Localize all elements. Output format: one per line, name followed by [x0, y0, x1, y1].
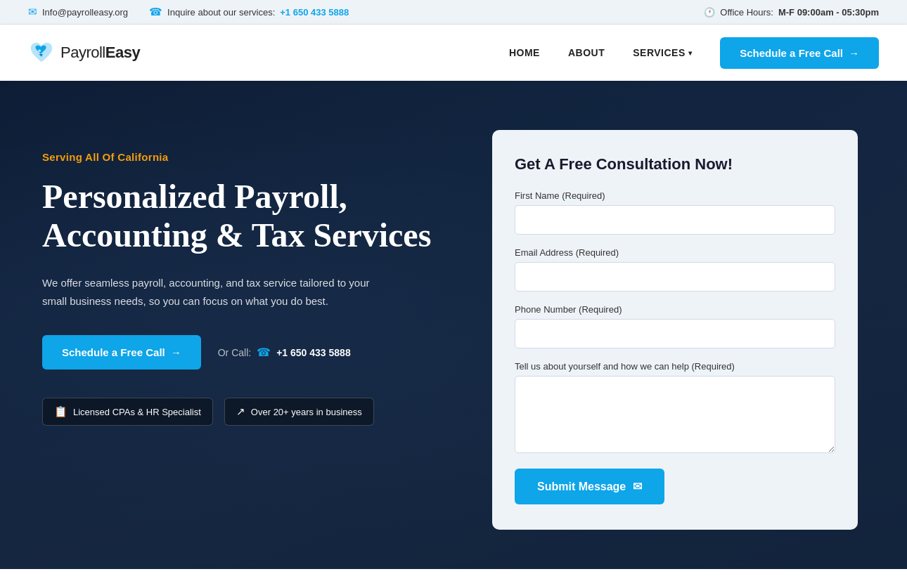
or-call: Or Call: ☎ +1 650 433 5888 — [218, 346, 351, 359]
nav-links: HOME ABOUT SERVICES ▾ Schedule a Free Ca… — [509, 37, 879, 69]
message-label: Tell us about yourself and how we can he… — [515, 361, 835, 372]
logo[interactable]: PayrollEasy — [28, 39, 140, 66]
book-icon: 📋 — [54, 405, 67, 418]
clock-icon: 🕐 — [704, 7, 715, 18]
phone-label: Phone Number (Required) — [515, 304, 835, 315]
phone-group: Phone Number (Required) — [515, 304, 835, 348]
hero-cta-row: Schedule a Free Call → Or Call: ☎ +1 650… — [42, 335, 464, 370]
phone-link[interactable]: +1 650 433 5888 — [280, 7, 349, 18]
email-item: Info@payrolleasy.org — [28, 6, 128, 18]
logo-text: PayrollEasy — [60, 44, 140, 62]
first-name-label: First Name (Required) — [515, 190, 835, 201]
navbar: PayrollEasy HOME ABOUT SERVICES ▾ Schedu… — [0, 25, 907, 81]
hero-description: We offer seamless payroll, accounting, a… — [42, 274, 394, 310]
office-label: Office Hours: — [720, 7, 773, 18]
call-icon: ☎ — [257, 346, 271, 359]
message-textarea[interactable] — [515, 376, 835, 453]
trending-icon: ↗ — [236, 405, 245, 418]
topbar: Info@payrolleasy.org ☎ Inquire about our… — [0, 0, 907, 25]
message-group: Tell us about yourself and how we can he… — [515, 361, 835, 456]
phone-icon: ☎ — [149, 6, 162, 18]
chevron-down-icon: ▾ — [688, 49, 693, 57]
hero-phone-link[interactable]: +1 650 433 5888 — [276, 347, 351, 358]
first-name-input[interactable] — [515, 205, 835, 235]
consultation-form-panel: Get A Free Consultation Now! First Name … — [492, 130, 858, 530]
hero-schedule-button[interactable]: Schedule a Free Call → — [42, 335, 201, 370]
email-icon — [28, 6, 37, 18]
hero-title: Personalized Payroll, Accounting & Tax S… — [42, 177, 464, 254]
logo-icon — [28, 39, 55, 66]
nav-services[interactable]: SERVICES ▾ — [633, 47, 692, 58]
badge-cpa: 📋 Licensed CPAs & HR Specialist — [42, 398, 213, 426]
hero-badges: 📋 Licensed CPAs & HR Specialist ↗ Over 2… — [42, 398, 464, 426]
svg-point-0 — [38, 49, 41, 52]
hero-tagline: Serving All Of California — [42, 151, 464, 163]
submit-button[interactable]: Submit Message ✉ — [515, 469, 664, 504]
first-name-group: First Name (Required) — [515, 190, 835, 235]
phone-input[interactable] — [515, 319, 835, 348]
schedule-free-call-button[interactable]: Schedule a Free Call → — [720, 37, 879, 69]
nav-about[interactable]: ABOUT — [568, 47, 605, 58]
email-group: Email Address (Required) — [515, 247, 835, 292]
email-input[interactable] — [515, 262, 835, 292]
email-link[interactable]: Info@payrolleasy.org — [42, 7, 128, 18]
topbar-left: Info@payrolleasy.org ☎ Inquire about our… — [28, 6, 349, 18]
phone-item: ☎ Inquire about our services: +1 650 433… — [149, 6, 349, 18]
badge-years: ↗ Over 20+ years in business — [224, 398, 374, 426]
hero-left: Serving All Of California Personalized P… — [42, 123, 464, 426]
topbar-right: 🕐 Office Hours: M-F 09:00am - 05:30pm — [704, 7, 879, 18]
office-hours: M-F 09:00am - 05:30pm — [778, 7, 879, 18]
hero-section: Serving All Of California Personalized P… — [0, 81, 907, 569]
inquire-label: Inquire about our services: — [167, 7, 275, 18]
arrow-icon: → — [171, 346, 181, 358]
form-title: Get A Free Consultation Now! — [515, 155, 835, 174]
nav-home[interactable]: HOME — [509, 47, 540, 58]
arrow-icon: → — [849, 47, 859, 59]
envelope-icon: ✉ — [633, 480, 642, 493]
hero-content: Serving All Of California Personalized P… — [0, 81, 907, 569]
email-label: Email Address (Required) — [515, 247, 835, 258]
